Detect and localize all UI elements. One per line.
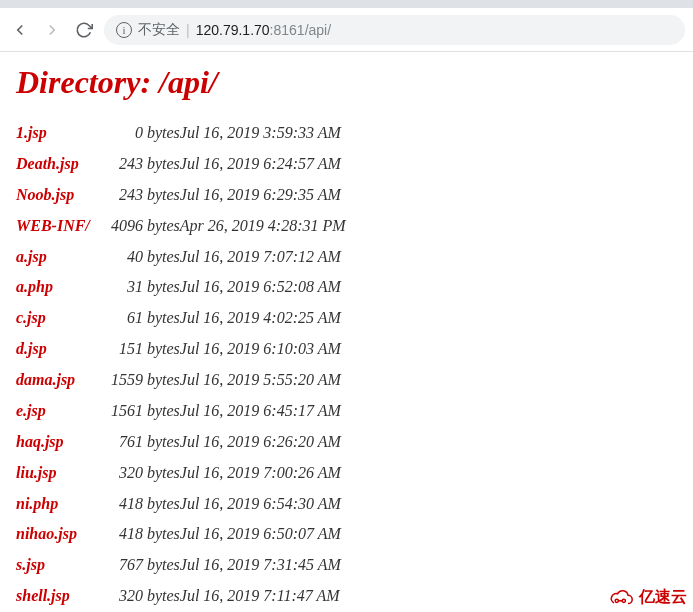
file-date: Jul 16, 2019 4:02:25 AM (180, 303, 346, 334)
file-date: Jul 16, 2019 6:50:07 AM (180, 519, 346, 550)
file-size: 243 bytes (90, 149, 180, 180)
table-row: 1.jsp0 bytesJul 16, 2019 3:59:33 AM (16, 118, 346, 149)
reload-button[interactable] (72, 18, 96, 42)
file-name-link[interactable]: 1.jsp (16, 118, 90, 149)
file-size: 40 bytes (90, 242, 180, 273)
back-button[interactable] (8, 18, 32, 42)
file-date: Jul 16, 2019 6:45:17 AM (180, 396, 346, 427)
table-row: a.jsp40 bytesJul 16, 2019 7:07:12 AM (16, 242, 346, 273)
table-row: ni.php418 bytesJul 16, 2019 6:54:30 AM (16, 489, 346, 520)
tab-strip (0, 0, 693, 8)
file-date: Jul 16, 2019 6:10:03 AM (180, 334, 346, 365)
file-date: Jul 16, 2019 6:54:30 AM (180, 489, 346, 520)
file-size: 0 bytes (90, 118, 180, 149)
table-row: s.jsp767 bytesJul 16, 2019 7:31:45 AM (16, 550, 346, 581)
file-size: 1559 bytes (90, 365, 180, 396)
file-name-link[interactable]: c.jsp (16, 303, 90, 334)
table-row: nihao.jsp418 bytesJul 16, 2019 6:50:07 A… (16, 519, 346, 550)
forward-button[interactable] (40, 18, 64, 42)
file-date: Apr 26, 2019 4:28:31 PM (180, 211, 346, 242)
table-row: WEB-INF/4096 bytesApr 26, 2019 4:28:31 P… (16, 211, 346, 242)
file-size: 61 bytes (90, 303, 180, 334)
file-size: 761 bytes (90, 427, 180, 458)
table-row: c.jsp61 bytesJul 16, 2019 4:02:25 AM (16, 303, 346, 334)
file-name-link[interactable]: Death.jsp (16, 149, 90, 180)
table-row: haq.jsp761 bytesJul 16, 2019 6:26:20 AM (16, 427, 346, 458)
file-date: Jul 16, 2019 6:26:20 AM (180, 427, 346, 458)
file-size: 418 bytes (90, 489, 180, 520)
page-title: Directory: /api/ (16, 64, 677, 102)
file-size: 767 bytes (90, 550, 180, 581)
url-host: 120.79.1.70 (196, 22, 270, 38)
file-date: Jul 16, 2019 6:24:57 AM (180, 149, 346, 180)
file-size: 418 bytes (90, 519, 180, 550)
watermark: 亿速云 (607, 587, 687, 608)
site-info-icon[interactable]: i (116, 22, 132, 38)
file-name-link[interactable]: liu.jsp (16, 458, 90, 489)
file-name-link[interactable]: dama.jsp (16, 365, 90, 396)
file-name-link[interactable]: Noob.jsp (16, 180, 90, 211)
file-name-link[interactable]: a.jsp (16, 242, 90, 273)
file-date: Jul 16, 2019 5:55:20 AM (180, 365, 346, 396)
file-name-link[interactable]: a.php (16, 272, 90, 303)
url-path: :8161/api/ (270, 22, 332, 38)
file-date: Jul 16, 2019 7:11:47 AM (180, 581, 346, 612)
file-name-link[interactable]: ni.php (16, 489, 90, 520)
table-row: Death.jsp243 bytesJul 16, 2019 6:24:57 A… (16, 149, 346, 180)
file-size: 243 bytes (90, 180, 180, 211)
separator: | (186, 22, 190, 38)
browser-toolbar: i 不安全 | 120.79.1.70:8161/api/ (0, 8, 693, 52)
directory-listing: 1.jsp0 bytesJul 16, 2019 3:59:33 AMDeath… (16, 118, 346, 612)
file-size: 320 bytes (90, 458, 180, 489)
file-name-link[interactable]: d.jsp (16, 334, 90, 365)
file-size: 320 bytes (90, 581, 180, 612)
file-size: 1561 bytes (90, 396, 180, 427)
svg-point-0 (615, 599, 618, 602)
table-row: dama.jsp1559 bytesJul 16, 2019 5:55:20 A… (16, 365, 346, 396)
address-bar[interactable]: i 不安全 | 120.79.1.70:8161/api/ (104, 15, 685, 45)
file-size: 31 bytes (90, 272, 180, 303)
file-date: Jul 16, 2019 6:52:08 AM (180, 272, 346, 303)
table-row: a.php31 bytesJul 16, 2019 6:52:08 AM (16, 272, 346, 303)
file-name-link[interactable]: s.jsp (16, 550, 90, 581)
file-date: Jul 16, 2019 7:31:45 AM (180, 550, 346, 581)
security-status: 不安全 (138, 21, 180, 39)
table-row: e.jsp1561 bytesJul 16, 2019 6:45:17 AM (16, 396, 346, 427)
file-date: Jul 16, 2019 7:00:26 AM (180, 458, 346, 489)
file-name-link[interactable]: haq.jsp (16, 427, 90, 458)
file-date: Jul 16, 2019 7:07:12 AM (180, 242, 346, 273)
url-display: 120.79.1.70:8161/api/ (196, 22, 331, 38)
table-row: liu.jsp320 bytesJul 16, 2019 7:00:26 AM (16, 458, 346, 489)
file-size: 4096 bytes (90, 211, 180, 242)
file-date: Jul 16, 2019 3:59:33 AM (180, 118, 346, 149)
file-date: Jul 16, 2019 6:29:35 AM (180, 180, 346, 211)
svg-point-1 (622, 599, 625, 602)
file-name-link[interactable]: WEB-INF/ (16, 211, 90, 242)
file-name-link[interactable]: shell.jsp (16, 581, 90, 612)
page-content: Directory: /api/ 1.jsp0 bytesJul 16, 201… (0, 52, 693, 612)
watermark-text: 亿速云 (639, 587, 687, 608)
cloud-icon (607, 588, 635, 608)
table-row: d.jsp151 bytesJul 16, 2019 6:10:03 AM (16, 334, 346, 365)
file-size: 151 bytes (90, 334, 180, 365)
table-row: Noob.jsp243 bytesJul 16, 2019 6:29:35 AM (16, 180, 346, 211)
table-row: shell.jsp320 bytesJul 16, 2019 7:11:47 A… (16, 581, 346, 612)
file-name-link[interactable]: nihao.jsp (16, 519, 90, 550)
file-name-link[interactable]: e.jsp (16, 396, 90, 427)
